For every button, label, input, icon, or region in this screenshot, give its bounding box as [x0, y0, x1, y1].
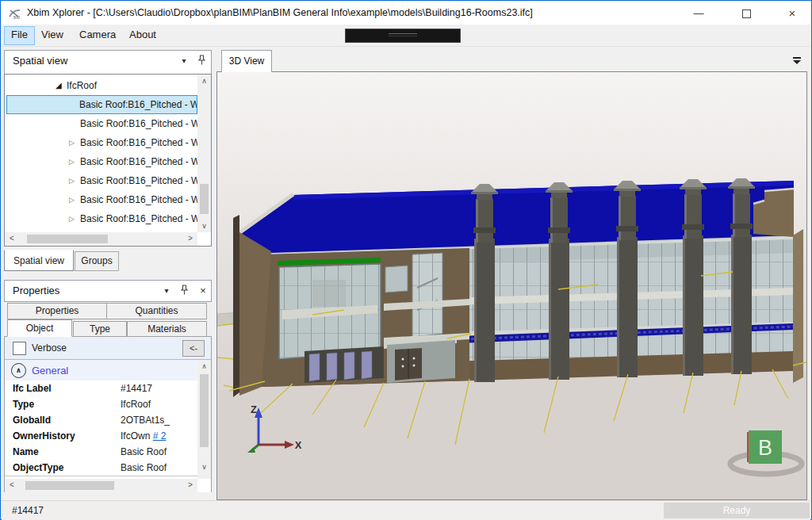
scrollbar-thumb[interactable]	[200, 374, 209, 447]
general-section-label: General	[32, 365, 68, 377]
scrollbar-thumb[interactable]	[25, 481, 114, 490]
collapsed-toolbar[interactable]	[345, 29, 461, 43]
left-curtain-window	[279, 264, 381, 359]
status-selection-label: #14417	[12, 505, 44, 516]
scroll-up-icon[interactable]: ∧	[197, 362, 211, 370]
xbim-xplorer-window: BIM Xbim Xplorer - [C:\Users\Claudio\Dro…	[0, 0, 812, 520]
status-ready: Ready	[664, 503, 810, 518]
tab-materials[interactable]: Materials	[127, 321, 207, 337]
expander-collapsed-icon[interactable]: ▷	[69, 171, 75, 190]
tree-node-roof-item[interactable]: ▷ Basic Roof:B16_Pitched - Wa	[6, 171, 197, 190]
svg-text:BIM: BIM	[13, 16, 20, 20]
assign-back-button[interactable]: <-	[182, 340, 205, 357]
tree-vscrollbar[interactable]: ∧ ∨	[197, 75, 211, 232]
tab-type[interactable]: Type	[73, 321, 127, 337]
menu-file[interactable]: File	[4, 26, 35, 45]
general-section-row[interactable]: ∧ General	[5, 360, 197, 381]
grid-vscrollbar[interactable]: ∧ ∨	[197, 360, 211, 479]
maximize-icon	[742, 10, 751, 18]
scroll-right-icon[interactable]: >	[186, 234, 195, 243]
property-row[interactable]: OwnerHistory IfcOwn # 2	[5, 428, 197, 445]
scroll-left-icon[interactable]: <	[7, 234, 17, 243]
window-title: Xbim Xplorer - [C:\Users\Claudio\Dropbox…	[27, 7, 533, 18]
tree-node-roof-item[interactable]: ▷ Basic Roof:B16_Pitched - Wa	[6, 190, 197, 209]
tab-properties[interactable]: Properties	[7, 303, 107, 319]
scroll-up-icon[interactable]: ∧	[197, 77, 211, 85]
expander-collapsed-icon[interactable]: ▷	[69, 133, 75, 152]
status-bar: #14417 Ready	[2, 500, 810, 520]
expander-expanded-icon[interactable]: ◢	[56, 76, 62, 95]
collapse-section-icon[interactable]: ∧	[11, 363, 26, 378]
tab-3d-view[interactable]: 3D View	[221, 50, 272, 72]
tree-hscrollbar[interactable]: < >	[5, 232, 197, 246]
property-row[interactable]: GlobalId 2OTBAt1s_	[5, 412, 197, 429]
spatial-tree: ◢ IfcRoof Basic Roof:B16_Pitched - Wa Ba…	[4, 74, 212, 247]
scroll-right-icon[interactable]: >	[186, 480, 195, 489]
expander-collapsed-icon[interactable]: ▷	[69, 190, 75, 209]
pin-icon[interactable]	[180, 285, 189, 296]
pane-menu-icon[interactable]	[792, 57, 802, 65]
tree-node-ifcroof[interactable]: ◢ IfcRoof	[6, 76, 197, 95]
property-row[interactable]: Ifc Label #14417	[5, 380, 197, 397]
scroll-down-icon[interactable]: ∨	[197, 463, 211, 471]
properties-panel-header: Properties ▾ ×	[4, 280, 212, 302]
title-bar[interactable]: BIM Xbim Xplorer - [C:\Users\Claudio\Dro…	[2, 2, 810, 25]
left-wall-side	[233, 215, 239, 397]
axis-z-label: Z	[251, 403, 257, 415]
scrollbar-thumb[interactable]	[27, 235, 108, 243]
expander-collapsed-icon[interactable]: ▷	[69, 152, 75, 171]
tree-node-roof-item[interactable]: Basic Roof:B16_Pitched - Wa	[6, 95, 197, 114]
right-end-wall	[793, 229, 803, 383]
menu-about[interactable]: About	[123, 26, 163, 44]
ground-plane	[217, 370, 806, 499]
panel-dropdown-icon[interactable]: ▾	[160, 285, 173, 297]
3d-scene[interactable]: Z X B	[217, 72, 806, 499]
stair-tower	[412, 253, 442, 337]
close-button[interactable]: ×	[779, 2, 806, 25]
purple-doors	[304, 346, 384, 383]
3d-viewport[interactable]: Z X B	[216, 71, 807, 500]
scroll-left-icon[interactable]: <	[7, 480, 17, 489]
app-logo-icon: BIM	[8, 7, 22, 20]
expander-collapsed-icon[interactable]: ▷	[69, 209, 75, 228]
tree-node-roof-item[interactable]: ▷ Basic Roof:B16_Pitched - Wa	[6, 209, 197, 228]
pin-icon[interactable]	[197, 55, 206, 66]
spatial-view-title: Spatial view	[13, 55, 67, 67]
gripper-icon	[389, 33, 417, 34]
property-row[interactable]: Type IfcRoof	[5, 396, 197, 413]
tab-spatial-view[interactable]: Spatial view	[4, 250, 74, 271]
menu-camera[interactable]: Camera	[73, 26, 122, 44]
owner-history-link[interactable]: # 2	[153, 430, 167, 442]
verbose-row: Verbose <-	[5, 337, 211, 359]
minimize-button[interactable]: —	[685, 2, 712, 25]
tab-quantities[interactable]: Quantities	[106, 303, 207, 319]
grid-hscrollbar[interactable]: < >	[5, 479, 197, 492]
menu-view[interactable]: View	[35, 26, 70, 44]
verbose-checkbox[interactable]	[13, 342, 26, 355]
pier-window	[385, 266, 408, 292]
tree-node-roof-item[interactable]: Basic Roof:B16_Pitched - Wa	[6, 114, 197, 133]
panel-close-icon[interactable]: ×	[197, 285, 209, 297]
tab-groups[interactable]: Groups	[75, 251, 119, 271]
watermark-letter: B	[758, 436, 772, 460]
axis-x-label: X	[295, 439, 302, 451]
scroll-down-icon[interactable]: ∨	[197, 222, 211, 230]
entry-door	[384, 335, 457, 383]
property-row[interactable]: Name Basic Roof	[5, 444, 197, 461]
scrollbar-thumb[interactable]	[200, 184, 209, 214]
object-tab-page: Verbose <- ∧ General Ifc Label #14417 Ty…	[4, 336, 212, 492]
property-row[interactable]: ObjectType Basic Roof	[5, 460, 197, 476]
maximize-button[interactable]	[733, 2, 760, 25]
tree-node-roof-item[interactable]: ▷ Basic Roof:B16_Pitched - Wa	[6, 152, 197, 171]
panel-dropdown-icon[interactable]: ▾	[178, 55, 190, 67]
properties-grid: ∧ General Ifc Label #14417 Type IfcRoof …	[5, 359, 211, 492]
spatial-view-panel-header: Spatial view ▾	[4, 50, 212, 75]
tree-node-roof-item[interactable]: ▷ Basic Roof:B16_Pitched - Wa	[6, 133, 197, 152]
properties-title: Properties	[13, 285, 59, 296]
verbose-label: Verbose	[32, 342, 67, 354]
tab-object[interactable]: Object	[7, 319, 72, 337]
